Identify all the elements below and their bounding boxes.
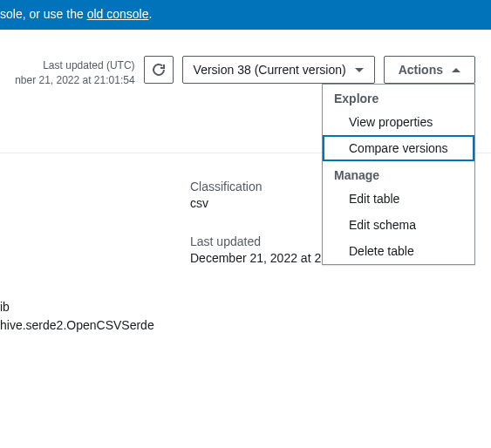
actions-button[interactable]: Actions bbox=[384, 56, 475, 84]
version-label: Version 38 (Current version) bbox=[194, 63, 346, 77]
serde-line1: ib bbox=[0, 298, 491, 316]
old-console-link[interactable]: old console bbox=[87, 7, 149, 21]
dropdown-item-edit-table[interactable]: Edit table bbox=[323, 186, 474, 212]
banner-text-prefix: sole, or use the bbox=[0, 7, 87, 21]
dropdown-item-edit-schema[interactable]: Edit schema bbox=[323, 212, 474, 238]
serde-line2: hive.serde2.OpenCSVSerde bbox=[0, 316, 491, 335]
last-updated-value: nber 21, 2022 at 21:01:54 bbox=[15, 73, 134, 88]
header-toolbar: Last updated (UTC) nber 21, 2022 at 21:0… bbox=[0, 30, 491, 100]
last-updated-label: Last updated (UTC) bbox=[15, 58, 134, 73]
serde-block: ib hive.serde2.OpenCSVSerde bbox=[0, 298, 491, 335]
dropdown-item-delete-table[interactable]: Delete table bbox=[323, 238, 474, 264]
banner-text-suffix: . bbox=[148, 7, 152, 21]
version-selector[interactable]: Version 38 (Current version) bbox=[182, 56, 375, 84]
dropdown-item-view-properties[interactable]: View properties bbox=[323, 109, 474, 135]
refresh-icon bbox=[152, 63, 166, 77]
dropdown-section-explore: Explore bbox=[323, 85, 474, 109]
caret-up-icon bbox=[452, 68, 460, 72]
dropdown-item-compare-versions[interactable]: Compare versions bbox=[323, 135, 474, 161]
actions-label: Actions bbox=[399, 63, 443, 77]
actions-dropdown: Explore View properties Compare versions… bbox=[322, 84, 475, 265]
info-banner: sole, or use the old console. bbox=[0, 0, 491, 30]
refresh-button[interactable] bbox=[144, 56, 174, 84]
last-updated-info: Last updated (UTC) nber 21, 2022 at 21:0… bbox=[15, 56, 134, 88]
dropdown-section-manage: Manage bbox=[323, 161, 474, 186]
caret-down-icon bbox=[355, 68, 364, 72]
